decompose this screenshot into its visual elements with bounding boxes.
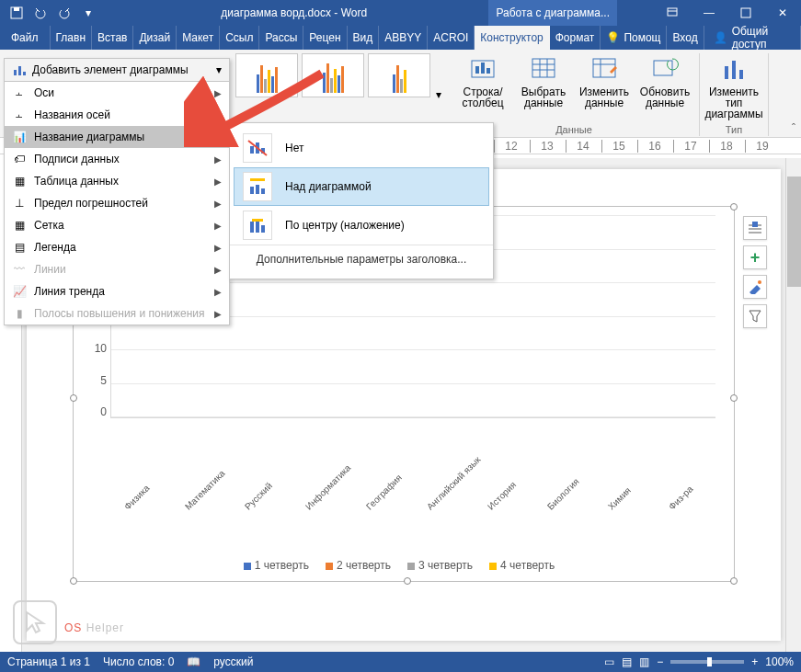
svg-rect-3: [741, 8, 750, 17]
tab-insert[interactable]: Встав: [92, 26, 133, 50]
x-axis-labels: ФизикаМатематикаРусскийИнформатикаГеогра…: [110, 492, 715, 515]
chart-elements-icon[interactable]: +: [743, 245, 767, 269]
bulb-icon: 💡: [606, 31, 620, 44]
legend-item[interactable]: 3 четверть: [407, 559, 473, 572]
axes-icon: ⫠: [12, 85, 27, 100]
minimize-icon[interactable]: ―: [691, 0, 727, 26]
svg-rect-2: [668, 8, 677, 16]
submenu-none[interactable]: Нет: [230, 129, 493, 167]
chart-style-thumb[interactable]: [235, 53, 298, 97]
tab-home[interactable]: Главн: [51, 26, 93, 50]
redo-icon[interactable]: [53, 3, 75, 23]
status-bar: Страница 1 из 1 Число слов: 0 📖 русский …: [0, 652, 801, 672]
menu-data-labels[interactable]: 🏷Подписи данных▶: [5, 148, 229, 170]
lines-icon: 〰: [12, 262, 27, 277]
svg-rect-10: [752, 222, 758, 227]
svg-point-11: [758, 280, 761, 284]
menu-legend[interactable]: ▤Легенда▶: [5, 236, 229, 258]
chart-style-thumb[interactable]: [302, 53, 364, 97]
submenu-above-chart[interactable]: Над диаграммой: [234, 167, 489, 206]
tab-layout[interactable]: Макет: [177, 26, 220, 50]
tab-help[interactable]: 💡Помощ: [601, 26, 667, 50]
ribbon-group-data: Данные: [555, 124, 592, 136]
updown-icon: ▮: [12, 306, 27, 321]
tab-review[interactable]: Рецен: [303, 26, 347, 50]
zoom-slider[interactable]: [670, 660, 744, 664]
read-mode-icon[interactable]: ▭: [604, 655, 614, 668]
select-data-button[interactable]: Выбрать данные: [515, 53, 572, 108]
svg-rect-7: [654, 61, 672, 75]
status-language[interactable]: русский: [213, 655, 253, 668]
save-icon[interactable]: [6, 3, 28, 23]
change-chart-type-button[interactable]: Изменить тип диаграммы: [705, 53, 762, 120]
tab-format[interactable]: Формат: [550, 26, 601, 50]
chart-element-icon: [12, 63, 27, 77]
vertical-scrollbar[interactable]: [785, 158, 801, 652]
tab-view[interactable]: Вид: [348, 26, 380, 50]
tab-references[interactable]: Ссыл: [220, 26, 259, 50]
refresh-data-button[interactable]: Обновить данные: [636, 53, 693, 108]
status-page[interactable]: Страница 1 из 1: [7, 655, 90, 668]
print-layout-icon[interactable]: ▤: [622, 655, 632, 668]
tab-constructor[interactable]: Конструктор: [475, 26, 549, 50]
layout-options-icon[interactable]: [743, 216, 767, 240]
menu-updown-bars: ▮Полосы повышения и понижения▶: [5, 302, 229, 325]
menu-error-bars[interactable]: ⊥Предел погрешностей▶: [5, 192, 229, 214]
cursor-icon: [13, 600, 57, 644]
spellcheck-icon[interactable]: 📖: [187, 655, 200, 668]
zoom-in-icon[interactable]: +: [751, 655, 758, 668]
contextual-tab-label: Работа с диаграмма...: [488, 0, 617, 26]
trendline-icon: 📈: [12, 284, 27, 299]
menu-lines: 〰Линии▶: [5, 258, 229, 280]
add-chart-element-button[interactable]: Добавить элемент диаграммы ▾: [5, 59, 229, 82]
edit-data-button[interactable]: Изменить данные: [576, 53, 633, 108]
tab-acrobat[interactable]: ACROI: [428, 26, 475, 50]
legend-item[interactable]: 1 четверть: [244, 559, 309, 572]
menu-data-table[interactable]: ▦Таблица данных▶: [5, 170, 229, 192]
submenu-more-options[interactable]: Дополнительные параметры заголовка...: [230, 245, 493, 273]
data-labels-icon: 🏷: [12, 152, 27, 166]
menu-axes[interactable]: ⫠Оси▶: [5, 82, 229, 104]
qat-dropdown-icon[interactable]: ▾: [77, 3, 99, 23]
tab-file[interactable]: Файл: [0, 26, 51, 50]
switch-row-column-button[interactable]: Строка/ столбец: [454, 53, 511, 108]
legend-icon: ▤: [12, 240, 27, 255]
chart-styles-icon[interactable]: [743, 275, 767, 299]
tab-mailings[interactable]: Рассы: [259, 26, 303, 50]
svg-rect-8: [250, 178, 265, 181]
ribbon-options-icon[interactable]: [654, 0, 691, 26]
menu-trendline[interactable]: 📈Линия тренда▶: [5, 280, 229, 302]
ribbon-group-type: Тип: [726, 124, 742, 136]
menu-axis-titles[interactable]: ⫠Названия осей▶: [5, 104, 229, 126]
data-table-icon: ▦: [12, 174, 27, 188]
add-chart-element-menu: Добавить элемент диаграммы ▾ ⫠Оси▶ ⫠Назв…: [4, 58, 230, 325]
close-icon[interactable]: ✕: [764, 0, 801, 26]
tab-design[interactable]: Дизай: [133, 26, 177, 50]
web-layout-icon[interactable]: ▥: [639, 655, 649, 668]
chart-title-submenu: Нет Над диаграммой По центру (наложение)…: [229, 122, 494, 279]
status-word-count[interactable]: Число слов: 0: [103, 655, 174, 668]
submenu-centered-overlay[interactable]: По центру (наложение): [230, 206, 493, 245]
menu-gridlines[interactable]: ▦Сетка▶: [5, 214, 229, 236]
undo-icon[interactable]: [29, 3, 51, 23]
gallery-more-icon[interactable]: ▾: [434, 86, 443, 103]
tab-abbyy[interactable]: ABBYY: [379, 26, 428, 50]
chart-filters-icon[interactable]: [743, 304, 767, 328]
tab-login[interactable]: Вход: [667, 26, 704, 50]
title-overlay-icon: [243, 211, 272, 240]
tab-share[interactable]: 👤Общий доступ: [704, 26, 801, 50]
chart-legend[interactable]: 1 четверть 2 четверть 3 четверть 4 четве…: [83, 559, 715, 572]
collapse-ribbon-icon[interactable]: ˆ: [792, 122, 795, 135]
menu-chart-title[interactable]: 📊Название диаграммы▶: [5, 126, 229, 148]
zoom-level[interactable]: 100%: [765, 655, 794, 668]
window-title: диаграмма ворд.docx - Word: [99, 6, 488, 19]
legend-item[interactable]: 2 четверть: [326, 559, 391, 572]
maximize-icon[interactable]: [727, 0, 764, 26]
chart-title-icon: 📊: [12, 130, 27, 144]
chart-style-thumb[interactable]: [368, 53, 430, 97]
chart-style-gallery[interactable]: [235, 53, 430, 97]
svg-rect-9: [252, 219, 263, 222]
legend-item[interactable]: 4 четверть: [489, 559, 555, 572]
zoom-out-icon[interactable]: −: [657, 655, 663, 668]
chevron-down-icon: ▾: [216, 63, 222, 76]
